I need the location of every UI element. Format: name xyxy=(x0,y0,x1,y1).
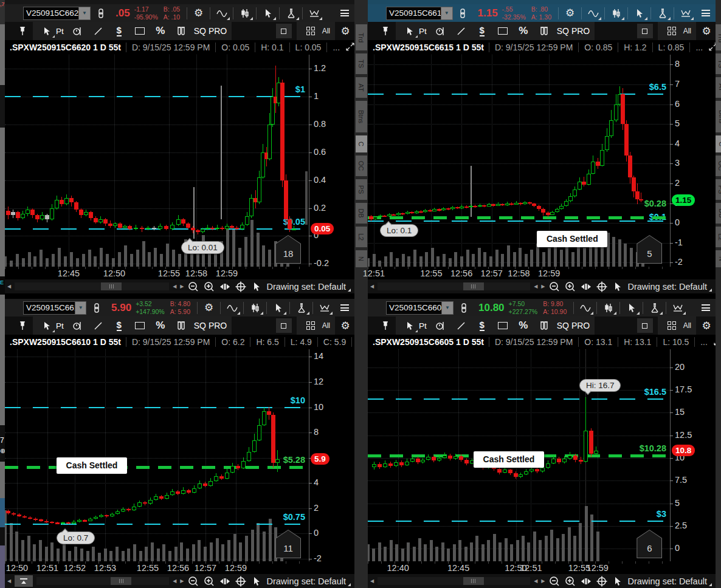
step-right-arrow[interactable]: ▶ xyxy=(541,578,545,584)
cursor-tool-icon[interactable] xyxy=(621,299,641,316)
sidebar-tab-ts[interactable]: TS xyxy=(716,53,721,74)
candle-type-icon[interactable] xyxy=(606,5,626,22)
trendline-tool-icon[interactable] xyxy=(89,318,108,333)
chart-style-icon[interactable] xyxy=(575,299,595,316)
chart-area[interactable]: $6.5$0.1$0.28Cash SettledLo: 0.15 876543… xyxy=(368,55,716,267)
time-scrollbar[interactable] xyxy=(36,577,169,585)
menu-icon[interactable] xyxy=(695,299,716,316)
cursor-icon[interactable] xyxy=(612,575,624,587)
scroll-left-arrow[interactable]: ◀ xyxy=(370,284,374,289)
zoom-out-icon[interactable] xyxy=(187,575,199,587)
sidebar-tab-btns[interactable]: Btns xyxy=(716,101,721,132)
symbol-dropdown-button[interactable]: ▼ xyxy=(79,7,91,20)
chart-style-icon[interactable] xyxy=(212,5,232,22)
price-level-tool-icon[interactable]: $ xyxy=(473,318,491,333)
symbol-input[interactable]: V250915C6620 xyxy=(23,7,79,20)
crosshair-icon[interactable] xyxy=(596,575,608,587)
restore-chart-icon[interactable] xyxy=(345,43,355,53)
price-axis[interactable]: 1.210.80.60.40.20-0.20.05 xyxy=(309,55,354,267)
single-chart-button[interactable] xyxy=(276,24,292,38)
squeeze-pro-icon[interactable] xyxy=(172,318,190,333)
chart-plot[interactable]: $1$0.05Lo: 0.0118 xyxy=(5,55,309,267)
zoom-in-icon[interactable] xyxy=(203,281,215,293)
trendline-tool-icon[interactable] xyxy=(89,23,108,39)
symbol-input[interactable]: V250915C6615 xyxy=(386,7,441,20)
link-icon[interactable] xyxy=(91,5,111,22)
toolbar-gear-icon[interactable]: ⚙ xyxy=(336,23,354,39)
expand-horizontal-icon[interactable] xyxy=(580,575,592,587)
pin-icon[interactable] xyxy=(13,318,32,333)
menu-icon[interactable] xyxy=(695,5,716,22)
symbol-dropdown-button[interactable]: ▼ xyxy=(442,301,454,315)
price-level-tool-icon[interactable]: $ xyxy=(110,318,128,333)
step-right-arrow[interactable]: ▶ xyxy=(180,284,184,289)
pattern-icon[interactable] xyxy=(304,5,324,22)
gear-icon[interactable]: ⚙ xyxy=(560,5,580,22)
pointer-tool-icon[interactable] xyxy=(401,23,419,39)
pin-icon[interactable] xyxy=(376,23,395,39)
chart-plot[interactable]: $10$0.75$5.28Cash SettledLo: 0.711 xyxy=(5,349,309,561)
pointer-tool-icon[interactable] xyxy=(38,318,56,333)
sidebar-tab-db[interactable]: DB xyxy=(716,203,721,224)
chart-area[interactable]: $10$0.75$5.28Cash SettledLo: 0.711 14121… xyxy=(5,349,354,561)
symbol-input[interactable]: V250915C6605 xyxy=(386,301,442,315)
percent-tool-icon[interactable]: % xyxy=(151,318,170,333)
studies-flask-icon[interactable] xyxy=(644,299,664,316)
symbol-input[interactable]: V250915C6610 xyxy=(23,301,75,315)
toolbar-gear-icon[interactable]: ⚙ xyxy=(697,23,716,39)
all-button[interactable]: All xyxy=(322,321,330,330)
percent-tool-icon[interactable]: % xyxy=(151,23,170,39)
price-axis[interactable]: 14121086420-25.9 xyxy=(309,349,354,561)
step-left-arrow[interactable]: ◀ xyxy=(534,284,537,289)
sidebar-tab-trd[interactable]: Trd xyxy=(356,24,367,50)
link-icon[interactable] xyxy=(453,5,473,22)
chart-area[interactable]: $16.5$3$10.28Cash SettledHi: 16.76 2017.… xyxy=(368,349,716,561)
time-axis[interactable]: 12:5112:5512:5612:5712:5812:59 xyxy=(368,267,670,279)
pattern-icon[interactable] xyxy=(668,299,688,316)
scrollbar-thumb[interactable] xyxy=(463,577,484,585)
time-axis[interactable]: 12:5012:5112:5212:5312:5512:5612:5712:59 xyxy=(5,561,309,574)
toolbar-gear-icon[interactable]: ⚙ xyxy=(697,318,716,333)
scrollbar-thumb[interactable] xyxy=(111,577,131,585)
toolbar-gear-icon[interactable]: ⚙ xyxy=(336,318,354,333)
squeeze-pro-icon[interactable] xyxy=(535,318,553,333)
step-left-arrow[interactable]: ◀ xyxy=(173,578,176,584)
rectangle-tool-icon[interactable] xyxy=(494,23,512,39)
grid-layout-icon[interactable] xyxy=(663,23,681,39)
candle-type-icon[interactable] xyxy=(245,299,265,316)
percent-tool-icon[interactable]: % xyxy=(514,23,533,39)
pattern-icon[interactable] xyxy=(314,299,334,316)
price-level-tool-icon[interactable]: $ xyxy=(473,23,491,39)
link-icon[interactable] xyxy=(86,299,106,316)
candle-type-icon[interactable] xyxy=(598,299,618,316)
pointer-tool-icon[interactable] xyxy=(401,318,419,333)
single-chart-button[interactable] xyxy=(637,318,653,333)
time-scrollbar[interactable] xyxy=(378,577,530,585)
cursor-icon[interactable] xyxy=(250,575,263,587)
time-level-icon[interactable] xyxy=(69,23,87,39)
drawing-set-label[interactable]: Drawing set: Default xyxy=(266,576,351,586)
sidebar-tab-at[interactable]: AT xyxy=(716,77,721,98)
grid-layout-icon[interactable] xyxy=(302,318,320,333)
gear-icon[interactable]: ⚙ xyxy=(199,299,219,316)
sidebar-tab-oc[interactable]: OC xyxy=(356,156,367,176)
time-scrollbar[interactable] xyxy=(378,282,530,290)
all-button[interactable]: All xyxy=(683,27,691,35)
step-right-arrow[interactable]: ▶ xyxy=(180,578,184,584)
rectangle-tool-icon[interactable] xyxy=(131,318,149,333)
price-level-tool-icon[interactable]: $ xyxy=(110,23,128,39)
step-left-arrow[interactable]: ◀ xyxy=(534,578,537,584)
sidebar-tab-trd[interactable]: Trd xyxy=(716,24,721,50)
chart-style-icon[interactable] xyxy=(583,5,603,22)
time-level-icon[interactable] xyxy=(69,318,87,333)
all-button[interactable]: All xyxy=(683,321,691,330)
symbol-dropdown-button[interactable]: ▼ xyxy=(75,301,86,315)
scroll-left-arrow[interactable]: ◀ xyxy=(7,578,11,584)
step-left-arrow[interactable]: ◀ xyxy=(173,284,176,289)
sidebar-tab-n[interactable]: N xyxy=(356,250,367,267)
crosshair-icon[interactable] xyxy=(235,575,247,587)
expand-horizontal-icon[interactable] xyxy=(580,281,592,293)
menu-icon[interactable] xyxy=(334,299,354,316)
gear-icon[interactable]: ⚙ xyxy=(188,5,209,22)
expand-horizontal-icon[interactable] xyxy=(219,281,231,293)
